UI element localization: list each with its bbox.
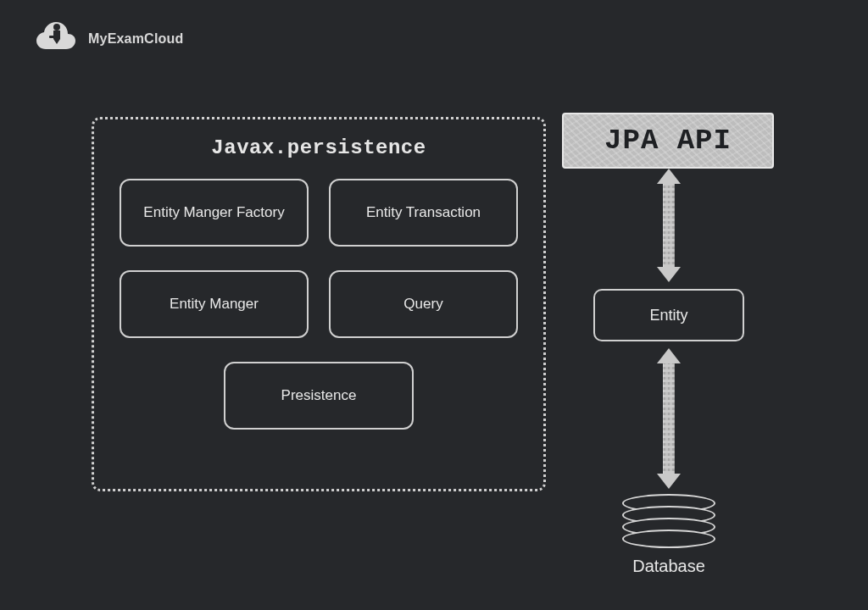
box-query: Query — [329, 270, 518, 338]
right-column: Entity Database — [593, 169, 744, 576]
database-icon: Database — [622, 494, 715, 576]
jpa-api-badge: JPA API — [562, 113, 774, 169]
component-row: Entity Manger Factory Entity Transaction — [120, 179, 518, 247]
bidirectional-arrow-icon — [657, 348, 681, 489]
javax-persistence-container: Javax.persistence Entity Manger Factory … — [92, 117, 546, 491]
box-entity-transaction: Entity Transaction — [329, 179, 518, 247]
svg-rect-1 — [49, 36, 58, 38]
database-label: Database — [632, 557, 705, 576]
brand-name: MyExamCloud — [88, 31, 183, 47]
component-row: Presistence — [120, 362, 518, 430]
brand-logo: MyExamCloud — [32, 15, 183, 63]
component-row: Entity Manger Query — [120, 270, 518, 338]
container-title: Javax.persistence — [94, 136, 543, 159]
cloud-reader-icon — [32, 15, 80, 63]
box-entity: Entity — [593, 289, 744, 341]
badge-label: JPA API — [604, 125, 732, 157]
database-cylinder-icon — [622, 494, 715, 548]
box-entity-manager: Entity Manger — [120, 270, 309, 338]
box-entity-manager-factory: Entity Manger Factory — [120, 179, 309, 247]
bidirectional-arrow-icon — [657, 169, 681, 282]
box-persistence: Presistence — [224, 362, 414, 430]
svg-point-0 — [53, 24, 60, 30]
component-grid: Entity Manger Factory Entity Transaction… — [120, 179, 518, 430]
